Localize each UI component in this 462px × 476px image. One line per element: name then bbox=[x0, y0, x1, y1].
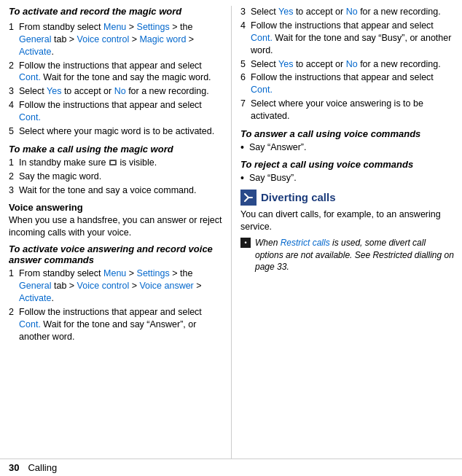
diverting-section: Diverting calls You can divert calls, fo… bbox=[240, 190, 456, 273]
list-item: 4 Follow the instructions that appear an… bbox=[9, 99, 225, 124]
note-section: • When Restrict calls is used, some dive… bbox=[240, 237, 456, 273]
link-no: No bbox=[114, 86, 126, 96]
list-num: 3 bbox=[9, 85, 19, 98]
list-text: Select Yes to accept or No for a new rec… bbox=[251, 6, 441, 18]
list-num: 5 bbox=[9, 125, 19, 138]
answer-title: To answer a call using voice commands bbox=[240, 128, 456, 139]
link-no3: No bbox=[346, 59, 358, 69]
section3-title: To activate voice answering and record v… bbox=[9, 243, 225, 265]
list-item: 7 Select where your voice answering is t… bbox=[240, 98, 456, 122]
link-voice-control2: Voice control bbox=[77, 281, 130, 291]
page-number: 30 bbox=[9, 462, 19, 473]
list-num: 6 bbox=[240, 71, 251, 96]
list-text: Follow the instructions that appear and … bbox=[251, 71, 456, 96]
list-num: 1 bbox=[9, 21, 19, 58]
link-activate2: Activate bbox=[19, 293, 51, 303]
list-item: 1 From standby select Menu > Settings > … bbox=[9, 21, 225, 58]
list-num: 3 bbox=[240, 6, 251, 18]
list-num: 1 bbox=[9, 157, 19, 169]
link-cont2: Cont. bbox=[19, 112, 41, 122]
list-item: 5 Select Yes to accept or No for a new r… bbox=[240, 58, 456, 71]
link-yes2: Yes bbox=[278, 7, 293, 17]
list-text: Follow the instructions that appear and … bbox=[19, 99, 225, 124]
link-activate: Activate bbox=[19, 47, 51, 57]
link-cont5: Cont. bbox=[251, 85, 273, 95]
section1-title: To activate and record the magic word bbox=[9, 6, 225, 18]
footer-label: Calling bbox=[28, 462, 57, 473]
list-item: 3 Select Yes to accept or No for a new r… bbox=[240, 6, 456, 18]
list-item: 1 In standby make sure is visible. bbox=[9, 157, 225, 169]
list-num: 4 bbox=[9, 99, 19, 124]
note-icon: • bbox=[240, 238, 251, 248]
link-menu: Menu bbox=[103, 22, 126, 32]
list-num: 1 bbox=[9, 268, 19, 305]
link-settings: Settings bbox=[137, 22, 170, 32]
link-no2: No bbox=[346, 7, 358, 17]
link-cont4: Cont. bbox=[251, 33, 273, 43]
note-bullet-symbol: • bbox=[244, 239, 246, 246]
list-text: Follow the instructions that appear and … bbox=[19, 306, 225, 343]
right-column: 3 Select Yes to accept or No for a new r… bbox=[232, 6, 462, 459]
link-yes: Yes bbox=[47, 86, 61, 96]
list-text: Select where your voice answering is to … bbox=[251, 98, 456, 122]
list-num: 5 bbox=[240, 58, 251, 71]
phone-icon bbox=[109, 159, 117, 166]
list-text: Say “Busy”. bbox=[249, 172, 297, 184]
diverting-body: You can divert calls, for example, to an… bbox=[240, 208, 456, 233]
list-item: 3 Wait for the tone and say a voice comm… bbox=[9, 184, 225, 197]
link-menu2: Menu bbox=[103, 268, 126, 278]
list-num: 7 bbox=[240, 98, 251, 122]
list-item: • Say “Busy”. bbox=[240, 172, 456, 185]
voice-answering-section: Voice answering When you use a handsfree… bbox=[9, 202, 225, 239]
link-voice-control: Voice control bbox=[77, 34, 130, 44]
list-text: Say “Answer”. bbox=[249, 141, 307, 154]
link-cont: Cont. bbox=[19, 72, 41, 82]
list-item: 6 Follow the instructions that appear an… bbox=[240, 71, 456, 96]
bullet-dot: • bbox=[240, 171, 249, 185]
note-text: When Restrict calls is used, some divert… bbox=[255, 237, 456, 273]
list-num: 4 bbox=[240, 20, 251, 57]
link-general2: General bbox=[19, 281, 51, 291]
diverting-header: Diverting calls bbox=[240, 190, 456, 206]
list-text: Wait for the tone and say a voice comman… bbox=[19, 184, 196, 197]
bullet-dot: • bbox=[240, 141, 249, 155]
steps-list-1: 1 From standby select Menu > Settings > … bbox=[9, 21, 225, 138]
link-settings2: Settings bbox=[137, 268, 170, 278]
section2-title: To make a call using the magic word bbox=[9, 144, 225, 155]
list-item: 5 Select where your magic word is to be … bbox=[9, 125, 225, 138]
link-magic-word: Magic word bbox=[139, 34, 186, 44]
voice-answering-title: Voice answering bbox=[9, 202, 225, 213]
list-num: 3 bbox=[9, 184, 19, 197]
list-num: 2 bbox=[9, 171, 19, 183]
left-column: To activate and record the magic word 1 … bbox=[0, 6, 232, 459]
list-text: Select where your magic word is to be ac… bbox=[19, 125, 214, 138]
list-text: Follow the instructions that appear and … bbox=[251, 20, 456, 57]
list-num: 2 bbox=[9, 306, 19, 343]
list-text: In standby make sure is visible. bbox=[19, 157, 157, 169]
list-item: 4 Follow the instructions that appear an… bbox=[240, 20, 456, 57]
list-text: Select Yes to accept or No for a new rec… bbox=[19, 85, 209, 98]
list-item: • Say “Answer”. bbox=[240, 141, 456, 155]
link-general: General bbox=[19, 34, 51, 44]
link-restrict-calls: Restrict calls bbox=[281, 238, 330, 248]
diverting-title: Diverting calls bbox=[261, 191, 336, 203]
list-item: 1 From standby select Menu > Settings > … bbox=[9, 268, 225, 305]
link-cont3: Cont. bbox=[19, 319, 41, 329]
list-text: From standby select Menu > Settings > th… bbox=[19, 21, 225, 58]
link-voice-answer: Voice answer bbox=[139, 281, 193, 291]
list-num: 2 bbox=[9, 60, 19, 85]
list-text: Follow the instructions that appear and … bbox=[19, 60, 225, 85]
list-text: Select Yes to accept or No for a new rec… bbox=[251, 58, 441, 71]
diverting-symbol bbox=[243, 192, 254, 203]
diverting-icon bbox=[240, 190, 257, 206]
voice-answering-body: When you use a handsfree, you can answer… bbox=[9, 214, 225, 239]
page-container: To activate and record the magic word 1 … bbox=[0, 0, 462, 476]
two-column-layout: To activate and record the magic word 1 … bbox=[0, 6, 462, 459]
list-text: From standby select Menu > Settings > th… bbox=[19, 268, 225, 305]
steps-continued: 3 Select Yes to accept or No for a new r… bbox=[240, 6, 456, 122]
list-item: 3 Select Yes to accept or No for a new r… bbox=[9, 85, 225, 98]
reject-title: To reject a call using voice commands bbox=[240, 159, 456, 170]
svg-rect-1 bbox=[111, 161, 115, 164]
steps-list-3: 1 From standby select Menu > Settings > … bbox=[9, 268, 225, 343]
page-footer: 30 Calling bbox=[0, 459, 462, 476]
